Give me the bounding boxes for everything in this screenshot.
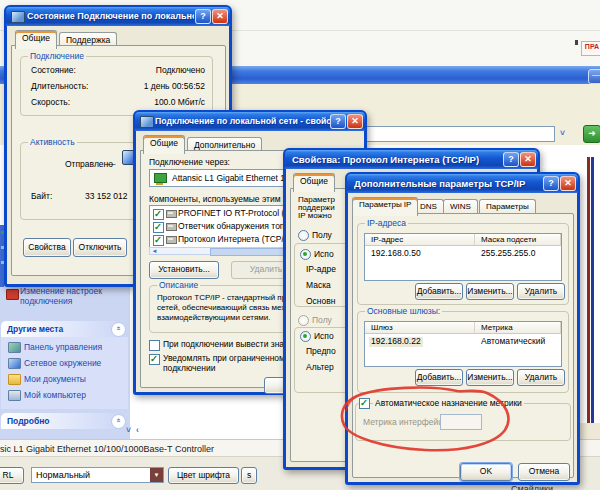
help-button-2[interactable]: ?: [330, 114, 346, 129]
install-button[interactable]: Установить...: [149, 261, 219, 279]
task-link-change-settings-line2[interactable]: подключения: [20, 297, 72, 307]
hscroll-left-icon[interactable]: ◄: [150, 248, 159, 254]
radio-use-ip[interactable]: [300, 249, 311, 260]
alternate-dns-label: Альтер: [306, 363, 334, 373]
speed-label: Скорость:: [31, 98, 70, 108]
url-button-label: RL: [3, 470, 14, 480]
connect-via-label: Подключение через:: [149, 158, 230, 168]
subnet-label: Маска: [306, 281, 331, 291]
component-item-2[interactable]: Ответчик обнаружения тополо: [178, 222, 299, 232]
tiny-scroll-down-icon[interactable]: ˅: [126, 426, 131, 436]
duration-label: Длительность:: [31, 82, 88, 92]
status-value: Подключено: [156, 66, 205, 76]
edit-post-marker: [575, 40, 578, 45]
tab-general-props[interactable]: Общие: [143, 135, 185, 154]
status-label: Состояние:: [31, 66, 76, 76]
control-panel-icon: [8, 342, 21, 353]
go-button[interactable]: ➜: [583, 125, 600, 143]
properties-dialog-titlebar[interactable]: Подключение по локальной сети - свойства…: [135, 112, 365, 131]
description-line-1: Протокол TCP/IP - стандартный прот: [157, 293, 294, 302]
tcpip-dialog-title: Свойства: Протокол Интернета (TCP/IP): [292, 154, 504, 165]
tab-general[interactable]: Общие: [15, 30, 57, 49]
ip-header-mask[interactable]: Маска подсети: [475, 234, 561, 246]
close-button-2[interactable]: ✕: [347, 114, 363, 129]
sent-dash: —: [107, 160, 116, 170]
advanced-ok-button[interactable]: OK: [460, 463, 512, 481]
properties-button[interactable]: Свойства: [23, 238, 71, 257]
radio-auto-ip[interactable]: [298, 230, 309, 241]
protocol-icon-1: [166, 210, 177, 218]
help-button-4[interactable]: ?: [543, 176, 559, 191]
tcpip-dialog-titlebar[interactable]: Свойства: Протокол Интернета (TCP/IP) ? …: [285, 150, 538, 169]
network-adapter-icon: [154, 173, 167, 183]
ip-addresses-list[interactable]: IP-адрес Маска подсети 192.168.0.50 255.…: [364, 233, 562, 281]
radio-auto-dns-label: Полу: [312, 316, 332, 326]
close-button-4[interactable]: ✕: [560, 176, 576, 191]
status-dialog-titlebar[interactable]: Состояние Подключение по локальной сети …: [6, 7, 230, 26]
gw-cell-gateway[interactable]: 192.168.0.22: [369, 337, 423, 347]
hscroll-thumb[interactable]: [210, 248, 292, 256]
font-style-select[interactable]: Нормальный ▼: [31, 467, 164, 483]
ip-cell-mask[interactable]: 255.255.255.0: [481, 249, 535, 259]
other-places-header[interactable]: Другие места «: [1, 321, 128, 337]
my-documents-icon: [8, 374, 21, 385]
notify-checkbox[interactable]: [149, 354, 160, 365]
minimize-button[interactable]: —: [588, 69, 600, 84]
close-button[interactable]: ✕: [212, 9, 228, 24]
activity-group-caption: Активность: [28, 137, 77, 147]
gateways-list[interactable]: Шлюз Метрика 192.168.0.22 Автоматический: [364, 321, 562, 367]
sidebar-item-computer[interactable]: Мой компьютер: [24, 391, 86, 401]
component-checkbox-2[interactable]: [153, 222, 164, 233]
edit-post-button[interactable]: ПРА: [581, 41, 600, 56]
ip-addresses-caption: IP-адреса: [365, 218, 408, 228]
ip-cell-address[interactable]: 192.168.0.50: [371, 249, 421, 259]
tiny-scroll-left-icon[interactable]: ‹: [136, 426, 139, 436]
gw-cell-metric[interactable]: Автоматический: [481, 337, 545, 347]
radio-auto-dns[interactable]: [298, 315, 309, 326]
component-item-1[interactable]: PROFINET IO RT-Protocol (LLD: [178, 209, 300, 219]
protocol-icon-3: [166, 236, 177, 244]
url-button[interactable]: RL: [0, 467, 24, 484]
gw-header-metric[interactable]: Метрика: [475, 322, 561, 334]
tab-ip-settings[interactable]: Параметры IP: [352, 197, 418, 216]
gw-header-gateway[interactable]: Шлюз: [365, 322, 475, 334]
sidebar-item-control-panel[interactable]: Панель управления: [24, 343, 102, 353]
duration-value: 1 день 00:56:52: [144, 82, 205, 92]
protocol-icon-2: [166, 223, 177, 231]
radio-use-dns-label: Испо: [314, 332, 334, 342]
help-button[interactable]: ?: [195, 9, 211, 24]
strikethrough-label: s: [247, 470, 251, 480]
address-dropdown-icon[interactable]: ˅: [560, 129, 565, 139]
sidebar-item-documents[interactable]: Мои документы: [24, 375, 86, 385]
sidebar-item-network[interactable]: Сетевое окружение: [24, 359, 101, 369]
disconnect-button[interactable]: Отключить: [73, 238, 127, 257]
radio-auto-ip-label: Полу: [312, 231, 332, 241]
collapse-icon-details[interactable]: «: [111, 414, 126, 429]
component-checkbox-1[interactable]: [153, 209, 164, 220]
connection-icon-2: [140, 116, 154, 128]
description-line-2: сетей, обеспечивающий связь межд: [157, 303, 291, 312]
ip-add-button[interactable]: Добавить...: [415, 283, 463, 300]
strikethrough-button[interactable]: s: [241, 467, 257, 484]
show-icon-checkbox[interactable]: [149, 340, 160, 351]
ip-header-address[interactable]: IP-адрес: [365, 234, 475, 246]
ip-remove-button[interactable]: Удалить: [517, 283, 565, 300]
details-header[interactable]: Подробно «: [1, 413, 128, 429]
sent-label: Отправлено: [65, 160, 113, 170]
radio-use-ip-label: Испо: [314, 250, 334, 260]
ip-edit-button[interactable]: Изменить...: [466, 283, 514, 300]
component-checkbox-3[interactable]: [153, 235, 164, 246]
connection-icon: [11, 11, 25, 23]
close-button-3[interactable]: ✕: [520, 152, 536, 167]
collapse-icon[interactable]: «: [111, 322, 126, 337]
font-style-dropdown-icon[interactable]: ▼: [150, 468, 163, 482]
help-button-3[interactable]: ?: [503, 152, 519, 167]
connection-group-caption: Подключение: [28, 51, 86, 61]
radio-use-dns[interactable]: [300, 331, 311, 342]
font-color-button[interactable]: Цвет шрифта: [168, 467, 239, 484]
advanced-dialog-titlebar[interactable]: Дополнительные параметры TCP/IP ? ✕: [347, 174, 578, 193]
tab-general-tcpip[interactable]: Общие: [293, 173, 335, 192]
advanced-cancel-button[interactable]: Отмена: [518, 463, 570, 481]
notify-label-line2: подключении: [163, 364, 215, 374]
component-item-3[interactable]: Протокол Интернета (TCP/IP): [178, 235, 295, 245]
